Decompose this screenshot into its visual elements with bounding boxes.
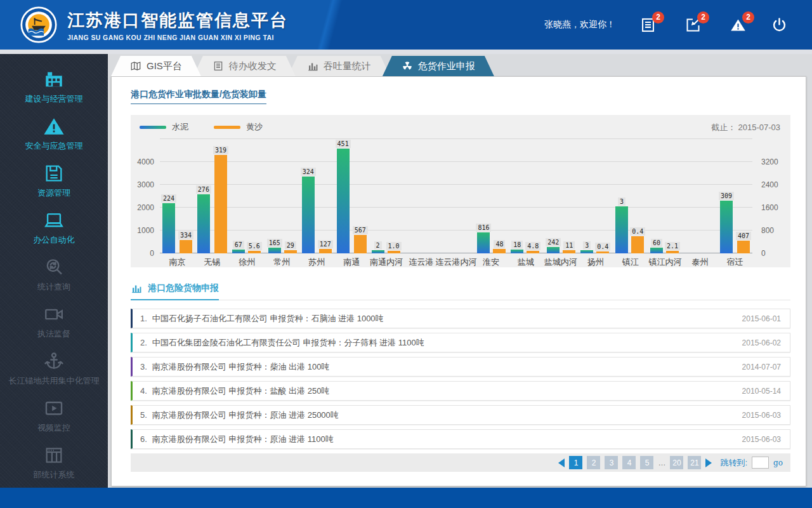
sidebar-item-stats-window[interactable]: 部统计系统 <box>0 439 108 486</box>
page-button-5[interactable]: 5 <box>640 456 653 469</box>
document-icon <box>213 60 224 72</box>
bar-column: 242 <box>546 238 561 253</box>
bar-column: 29 <box>284 241 297 253</box>
page-button-21[interactable]: 21 <box>688 456 701 469</box>
prev-page-button[interactable] <box>558 458 565 467</box>
page-button-2[interactable]: 2 <box>587 456 600 469</box>
declaration-row[interactable]: 1.中国石化扬子石油化工有限公司 申报货种：石脑油 进港 1000吨2015-0… <box>131 309 790 328</box>
bar-group-盐城: 184.8盐城 <box>508 139 543 253</box>
power-icon[interactable] <box>771 17 788 34</box>
chart-deadline: 截止： 2015-07-03 <box>711 122 780 133</box>
row-date: 2015-06-01 <box>742 314 781 323</box>
bar-value-label: 816 <box>476 224 491 232</box>
tab-GIS平台[interactable]: GIS平台 <box>111 56 201 76</box>
x-axis-label: 泰州 <box>692 257 709 268</box>
bar-column: 2.1 <box>665 242 680 253</box>
sidebar-item-laptop[interactable]: 办公自动化 <box>0 204 108 251</box>
bar-group-连云港内河: 连云港内河 <box>439 139 474 253</box>
sand-bar <box>180 240 192 253</box>
bar-value-label: 67 <box>233 241 244 249</box>
bar-column: 18 <box>511 241 523 253</box>
bar-value-label: 567 <box>353 226 368 234</box>
notification-badge: 2 <box>697 11 709 23</box>
pagination: 12345…2021 跳转到: go <box>131 453 790 472</box>
sand-bar <box>214 155 227 253</box>
right-axis-tick: 0 <box>761 249 766 258</box>
sidebar-item-floppy[interactable]: 资源管理 <box>0 157 108 204</box>
tab-危货作业申报[interactable]: 危货作业申报 <box>383 56 494 76</box>
tab-label: GIS平台 <box>147 60 182 72</box>
declaration-row[interactable]: 6.南京港股份有限公司 申报货种：原油 进港 1100吨2015-06-03 <box>131 429 790 449</box>
radiation-icon <box>402 60 413 72</box>
sand-bar <box>319 249 332 253</box>
sidebar-item-building[interactable]: 建设与经营管理 <box>0 63 108 110</box>
sidebar-item-video-play[interactable]: 视频监控 <box>0 392 108 439</box>
declaration-row[interactable]: 3.南京港股份有限公司 申报货种：柴油 出港 100吨2014-07-07 <box>131 357 790 377</box>
sidebar-item-camera[interactable]: 执法监督 <box>0 298 108 345</box>
right-axis-tick: 2400 <box>761 180 778 189</box>
cement-bar <box>162 203 175 253</box>
bar-group-徐州: 675.6徐州 <box>230 139 265 253</box>
bar-column: 0.4 <box>595 243 610 253</box>
row-number: 6. <box>140 434 147 444</box>
compose-icon[interactable]: 2 <box>684 17 702 34</box>
alert-triangle-icon[interactable]: 2 <box>730 17 747 34</box>
bar-column: 3 <box>580 241 593 253</box>
x-axis-label: 扬州 <box>587 257 604 268</box>
bar-group-泰州: 泰州 <box>683 139 717 253</box>
row-text: 中国石化集团金陵石油化工有限责任公司 申报货种：分子筛料 进港 1100吨 <box>152 337 424 349</box>
bar-value-label: 276 <box>196 185 211 194</box>
page-button-4[interactable]: 4 <box>622 456 636 469</box>
sand-bar <box>631 236 644 253</box>
bar-chart-icon <box>131 283 142 294</box>
cement-bar <box>511 250 523 253</box>
cement-bar <box>197 194 210 253</box>
building-icon <box>43 69 65 90</box>
x-axis-label: 淮安 <box>483 257 499 268</box>
bar-column: 334 <box>178 231 193 253</box>
bar-column: 0.4 <box>630 227 645 253</box>
sidebar: 建设与经营管理安全与应急管理资源管理办公自动化统计查询执法监督长江锚地共用集中化… <box>0 54 108 488</box>
left-axis-tick: 1000 <box>137 226 154 235</box>
row-date: 2010-05-14 <box>742 387 781 396</box>
declaration-row[interactable]: 2.中国石化集团金陵石油化工有限责任公司 申报货种：分子筛料 进港 1100吨2… <box>131 333 790 352</box>
x-axis-label: 南通 <box>343 257 360 268</box>
sidebar-item-label: 部统计系统 <box>34 469 75 481</box>
bar-column: 4.8 <box>525 242 540 253</box>
sidebar-item-anchor[interactable]: 长江锚地共用集中化管理 <box>0 345 108 392</box>
bar-column: 67 <box>232 241 245 253</box>
bar-value-label: 127 <box>318 240 333 248</box>
x-axis-label: 宿迁 <box>726 257 743 268</box>
tab-吞吐量统计[interactable]: 吞吐量统计 <box>288 56 390 76</box>
sidebar-item-warning[interactable]: 安全与应急管理 <box>0 110 108 157</box>
page-button-20[interactable]: 20 <box>670 456 683 469</box>
next-page-button[interactable] <box>705 458 712 467</box>
bar-value-label: 2 <box>374 241 382 250</box>
report-link[interactable]: 港口危货作业审批数量/危货装卸量 <box>131 89 266 104</box>
document-icon[interactable]: 2 <box>639 17 657 34</box>
sand-bar <box>354 235 367 253</box>
bar-value-label: 2.1 <box>665 242 680 250</box>
search-sync-icon <box>43 257 65 278</box>
bar-column: 276 <box>196 185 211 253</box>
sand-bar <box>737 241 750 253</box>
x-axis-label: 无锡 <box>204 257 220 268</box>
declaration-row[interactable]: 5.南京港股份有限公司 申报货种：原油 进港 25000吨2015-06-03 <box>131 405 790 425</box>
row-date: 2015-06-03 <box>742 411 781 420</box>
right-axis-tick: 3200 <box>761 157 778 166</box>
x-axis-label: 镇江内河 <box>649 257 682 268</box>
row-date: 2015-06-03 <box>742 435 781 444</box>
sidebar-item-label: 统计查询 <box>37 281 70 293</box>
page-button-3[interactable]: 3 <box>605 456 618 469</box>
declaration-row[interactable]: 4.南京港股份有限公司 申报货种：盐酸 出港 250吨2010-05-14 <box>131 381 790 401</box>
cement-bar <box>650 248 663 253</box>
bar-column: 567 <box>353 226 368 253</box>
jump-page-input[interactable] <box>752 457 769 469</box>
bar-column: 48 <box>493 240 506 253</box>
go-button[interactable]: go <box>773 458 783 467</box>
page-button-1[interactable]: 1 <box>569 456 582 469</box>
tab-待办收发文[interactable]: 待办收发文 <box>193 56 296 76</box>
row-text: 南京港股份有限公司 申报货种：原油 进港 25000吨 <box>152 410 339 421</box>
sidebar-item-search-sync[interactable]: 统计查询 <box>0 251 108 298</box>
declarations-title-group[interactable]: 港口危险货物申报 <box>131 283 219 300</box>
